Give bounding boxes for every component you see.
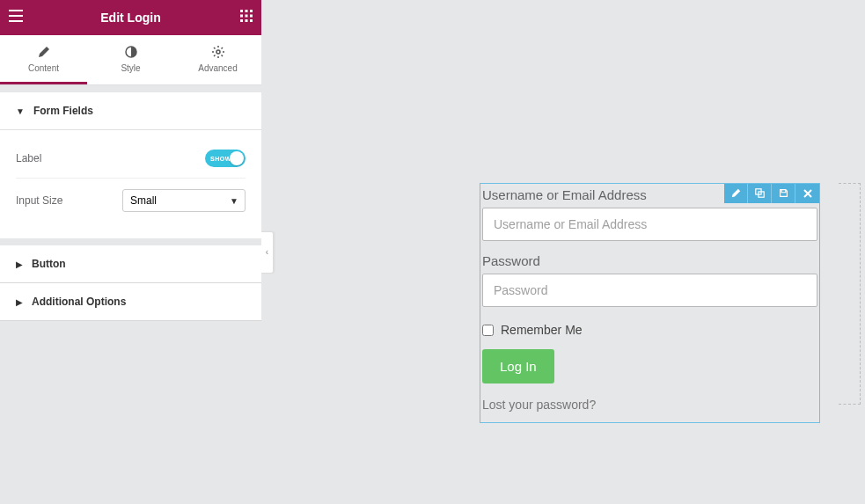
username-input[interactable] [482, 208, 817, 241]
delete-button[interactable] [795, 184, 819, 203]
contrast-icon [87, 46, 174, 60]
form-group-username [480, 208, 819, 253]
tab-style[interactable]: Style [87, 35, 174, 84]
tabs: Content Style Advanced [0, 35, 261, 85]
svg-rect-4 [246, 10, 248, 12]
tab-advanced[interactable]: Advanced [174, 35, 261, 84]
section-title: Form Fields [33, 105, 93, 117]
widget-toolbar [724, 184, 819, 203]
section-form-fields: ▼ Form Fields Label SHOW Input Size ▼ [0, 92, 261, 238]
section-dashed-outline [839, 183, 861, 405]
section-additional-options: ▶ Additional Options [0, 283, 261, 321]
password-label: Password [480, 253, 819, 268]
svg-rect-5 [250, 10, 253, 12]
svg-rect-10 [246, 19, 248, 22]
section-header-additional-options[interactable]: ▶ Additional Options [0, 283, 261, 321]
panel-body: ▼ Form Fields Label SHOW Input Size ▼ [0, 85, 261, 504]
remember-me-label: Remember Me [501, 323, 583, 337]
section-header-form-fields[interactable]: ▼ Form Fields [0, 92, 261, 130]
save-icon [779, 186, 788, 201]
section-header-button[interactable]: ▶ Button [0, 245, 261, 283]
collapse-handle[interactable]: ‹ [261, 231, 274, 274]
caret-down-icon: ▼ [16, 106, 25, 116]
tab-label: Advanced [198, 63, 237, 73]
login-button[interactable]: Log In [482, 349, 554, 383]
password-input[interactable] [482, 274, 817, 307]
section-button: ▶ Button [0, 245, 261, 283]
svg-rect-9 [240, 19, 243, 22]
control-row-label: Label SHOW [16, 139, 246, 179]
remember-me-checkbox[interactable] [482, 325, 494, 336]
copy-icon [755, 186, 765, 201]
control-label: Input Size [16, 194, 62, 207]
caret-right-icon: ▶ [16, 297, 23, 307]
chevron-left-icon: ‹ [266, 247, 268, 257]
svg-rect-3 [240, 10, 243, 12]
hamburger-icon[interactable] [9, 10, 23, 26]
pencil-icon [731, 186, 741, 201]
save-button[interactable] [772, 184, 795, 203]
duplicate-button[interactable] [748, 184, 772, 203]
caret-right-icon: ▶ [16, 259, 23, 269]
section-content: Label SHOW Input Size ▼ [0, 130, 261, 238]
tab-label: Style [121, 63, 140, 73]
svg-rect-0 [9, 10, 23, 11]
toggle-knob [230, 151, 244, 165]
edit-button[interactable] [724, 184, 748, 203]
tab-content[interactable]: Content [0, 35, 87, 84]
login-widget[interactable]: Username or Email Address Password Remem… [480, 183, 820, 423]
close-icon [803, 186, 812, 201]
toggle-text: SHOW [210, 156, 231, 162]
tab-label: Content [28, 63, 59, 73]
control-label: Label [16, 152, 41, 164]
toggle-label[interactable]: SHOW [205, 150, 246, 167]
section-title: Button [32, 258, 66, 270]
svg-rect-2 [9, 20, 23, 22]
gear-icon [174, 46, 261, 60]
svg-rect-11 [250, 19, 253, 22]
remember-me-row: Remember Me [480, 319, 819, 349]
editor-sidebar: Edit Login Content Style Adv [0, 0, 261, 504]
select-input-size[interactable]: ▼ [122, 189, 246, 212]
pencil-icon [0, 46, 87, 60]
lost-password-link[interactable]: Lost your password? [480, 398, 819, 412]
section-title: Additional Options [32, 296, 126, 308]
svg-rect-1 [9, 15, 23, 17]
apps-grid-icon[interactable] [240, 10, 253, 26]
canvas: ‹ Username or Email Address Password [261, 0, 865, 504]
svg-rect-7 [246, 15, 248, 18]
sidebar-header: Edit Login [0, 0, 261, 35]
svg-rect-8 [250, 15, 253, 18]
svg-point-13 [216, 50, 220, 54]
control-row-input-size: Input Size ▼ [16, 179, 246, 223]
select-input[interactable] [122, 189, 246, 212]
login-form: Username or Email Address Password Remem… [480, 184, 819, 422]
sidebar-title: Edit Login [0, 11, 261, 25]
svg-rect-6 [240, 15, 243, 18]
form-group-password [480, 274, 819, 319]
